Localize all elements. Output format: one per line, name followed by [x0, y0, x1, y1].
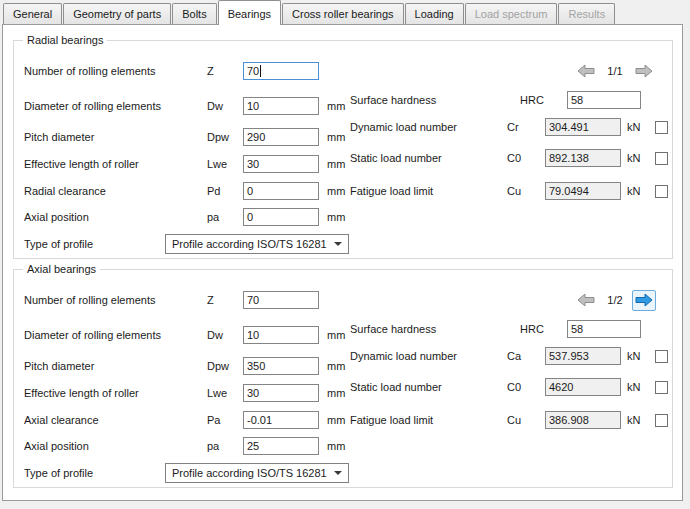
- tab-bolts[interactable]: Bolts: [172, 3, 216, 24]
- axial-surface-hardness-input[interactable]: 58: [567, 320, 641, 338]
- unit-label: kN: [627, 378, 640, 396]
- symbol-label: Cu: [507, 182, 521, 200]
- axial-effective-length-of-roller-input[interactable]: 30: [243, 384, 319, 402]
- field-label: Dynamic load number: [350, 347, 457, 365]
- axial-dynamic-load-number-checkbox[interactable]: [655, 350, 668, 363]
- field-label: Effective length of roller: [24, 155, 139, 173]
- field-label: Surface hardness: [350, 320, 436, 338]
- radial-axial-position-input[interactable]: 0: [243, 208, 319, 226]
- unit-label: kN: [627, 149, 640, 167]
- arrow-left-icon: [577, 64, 595, 78]
- tab-results: Results: [558, 3, 615, 24]
- radial-fatigue-load-limit-field: 79.0494: [545, 182, 621, 200]
- tab-bar: General Geometry of parts Bolts Bearings…: [3, 1, 616, 24]
- unit-label: mm: [327, 155, 345, 173]
- axial-clearance-input[interactable]: -0.01: [243, 411, 319, 429]
- group-title: Axial bearings: [23, 262, 100, 276]
- field-label: Surface hardness: [350, 91, 436, 109]
- unit-label: mm: [327, 384, 345, 402]
- unit-label: mm: [327, 128, 345, 146]
- tab-cross-roller-bearings[interactable]: Cross roller bearings: [282, 3, 403, 24]
- symbol-label: Pa: [207, 411, 220, 429]
- unit-label: mm: [327, 326, 345, 344]
- field-label: Pitch diameter: [24, 357, 94, 375]
- field-label: Axial position: [24, 437, 89, 455]
- tab-geometry-of-parts[interactable]: Geometry of parts: [63, 3, 171, 24]
- axial-diameter-of-rolling-elements-input[interactable]: 10: [243, 326, 319, 344]
- radial-pitch-diameter-input[interactable]: 290: [243, 128, 319, 146]
- group-title: Radial bearings: [23, 33, 107, 47]
- field-label: Radial clearance: [24, 182, 106, 200]
- unit-label: mm: [327, 97, 345, 115]
- symbol-label: Dw: [207, 97, 223, 115]
- symbol-label: Dpw: [207, 357, 229, 375]
- radial-diameter-of-rolling-elements-input[interactable]: 10: [243, 97, 319, 115]
- radial-bearings-group: Radial bearings 1/1 Number of rolling el…: [13, 40, 673, 259]
- unit-label: kN: [627, 182, 640, 200]
- unit-label: mm: [327, 182, 345, 200]
- symbol-label: HRC: [520, 91, 544, 109]
- radial-static-load-number-checkbox[interactable]: [655, 152, 668, 165]
- axial-fatigue-load-limit-field: 386.908: [545, 411, 621, 429]
- field-label: Dynamic load number: [350, 118, 457, 136]
- radial-prev-page-button: [574, 61, 598, 82]
- unit-label: mm: [327, 357, 345, 375]
- field-label: Static load number: [350, 149, 442, 167]
- unit-label: kN: [627, 347, 640, 365]
- radial-page-indicator: 1/1: [604, 65, 626, 77]
- symbol-label: Dw: [207, 326, 223, 344]
- field-label: Static load number: [350, 378, 442, 396]
- chevron-down-icon: [334, 242, 342, 246]
- symbol-label: HRC: [520, 320, 544, 338]
- radial-clearance-input[interactable]: 0: [243, 182, 319, 200]
- field-label: Fatigue load limit: [350, 182, 433, 200]
- axial-static-load-number-checkbox[interactable]: [655, 381, 668, 394]
- symbol-label: C0: [507, 149, 521, 167]
- axial-static-load-number-field: 4620: [545, 378, 621, 396]
- field-label: Number of rolling elements: [24, 291, 155, 309]
- field-label: Number of rolling elements: [24, 62, 155, 80]
- tab-content-panel: Radial bearings 1/1 Number of rolling el…: [2, 24, 683, 501]
- chevron-down-icon: [334, 471, 342, 475]
- field-label: Axial clearance: [24, 411, 99, 429]
- axial-next-page-button[interactable]: [632, 290, 656, 311]
- field-label: Axial position: [24, 208, 89, 226]
- axial-dynamic-load-number-field: 537.953: [545, 347, 621, 365]
- radial-type-of-profile-select[interactable]: Profile according ISO/TS 16281: [165, 234, 349, 254]
- arrow-right-icon: [635, 64, 653, 78]
- symbol-label: Z: [207, 291, 214, 309]
- radial-pager: 1/1: [574, 60, 656, 82]
- radial-static-load-number-field: 892.138: [545, 149, 621, 167]
- symbol-label: Pd: [207, 182, 220, 200]
- field-label: Type of profile: [24, 464, 93, 482]
- arrow-right-icon: [635, 293, 653, 307]
- tab-bearings[interactable]: Bearings: [218, 0, 281, 25]
- axial-position-input[interactable]: 25: [243, 437, 319, 455]
- axial-number-of-rolling-elements-input[interactable]: 70: [243, 291, 319, 309]
- tab-loading[interactable]: Loading: [405, 3, 464, 24]
- field-label: Diameter of rolling elements: [24, 326, 161, 344]
- unit-label: mm: [327, 208, 345, 226]
- symbol-label: Cr: [507, 118, 519, 136]
- symbol-label: Z: [207, 62, 214, 80]
- arrow-left-icon: [577, 293, 595, 307]
- axial-fatigue-load-limit-checkbox[interactable]: [655, 414, 668, 427]
- symbol-label: Dpw: [207, 128, 229, 146]
- field-label: Effective length of roller: [24, 384, 139, 402]
- radial-fatigue-load-limit-checkbox[interactable]: [655, 185, 668, 198]
- tab-general[interactable]: General: [3, 3, 62, 24]
- radial-number-of-rolling-elements-input[interactable]: 70: [243, 62, 319, 80]
- radial-dynamic-load-number-checkbox[interactable]: [655, 121, 668, 134]
- axial-prev-page-button: [574, 290, 598, 311]
- symbol-label: C0: [507, 378, 521, 396]
- radial-surface-hardness-input[interactable]: 58: [567, 91, 641, 109]
- axial-pitch-diameter-input[interactable]: 350: [243, 357, 319, 375]
- axial-type-of-profile-select[interactable]: Profile according ISO/TS 16281: [165, 463, 349, 483]
- unit-label: mm: [327, 411, 345, 429]
- symbol-label: Cu: [507, 411, 521, 429]
- symbol-label: pa: [207, 208, 219, 226]
- unit-label: mm: [327, 437, 345, 455]
- axial-pager: 1/2: [574, 289, 656, 311]
- unit-label: kN: [627, 411, 640, 429]
- radial-effective-length-of-roller-input[interactable]: 30: [243, 155, 319, 173]
